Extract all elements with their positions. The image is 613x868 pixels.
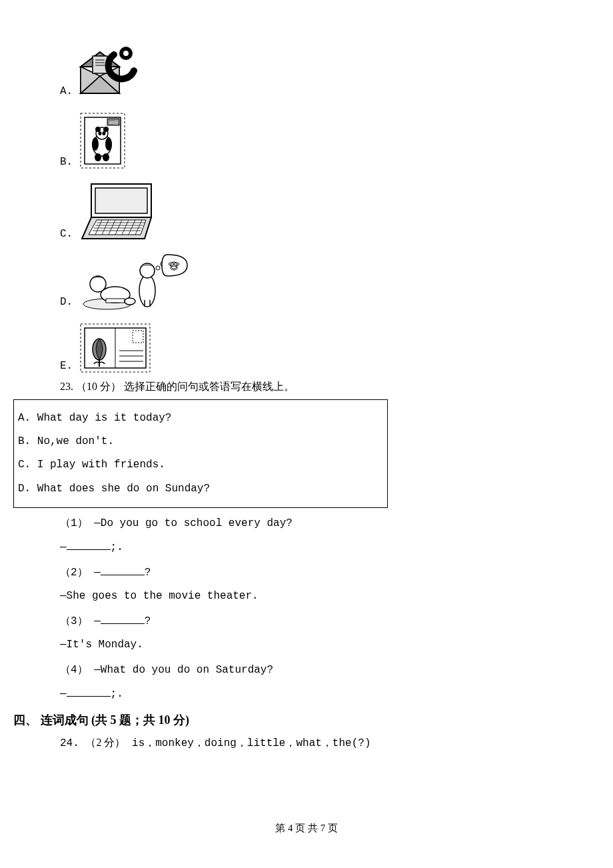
envelope-e-icon [78,40,138,100]
svg-marker-26 [95,188,147,213]
q23-choice-b: B. No,we don't. [18,430,383,453]
svg-text:80分: 80分 [109,120,119,125]
q24-num: 24. [60,737,79,749]
option-c-row: C. [60,181,560,243]
q23-sub2-prefix: （2） — [60,567,101,579]
q23-sub4-a: —;. [60,687,560,700]
q23-sub2-suffix: ? [145,567,151,579]
svg-point-10 [123,51,129,56]
svg-marker-28 [89,220,146,235]
blank-line[interactable] [101,615,145,624]
q23-choice-box: A. What day is it today? B. No,we don't.… [13,399,388,508]
option-c-label: C. [60,228,73,243]
option-a-row: A. [60,40,560,100]
svg-point-46 [140,263,155,278]
q23-choice-c: C. I play with friends. [18,453,383,477]
option-d-label: D. [60,296,73,311]
svg-point-23 [95,153,101,161]
blank-line[interactable] [101,566,145,575]
blank-line[interactable] [67,687,111,697]
option-e-row: E. [60,321,560,375]
svg-point-17 [95,127,101,132]
option-d-row: D. [60,253,560,311]
q23-sub1-q: （1） —Do you go to school every day? [60,516,560,530]
svg-point-49 [156,266,160,270]
q24-line: 24. （2 分） is，monkey，doing，little，what，th… [60,736,560,750]
svg-point-44 [125,298,135,305]
q23-sub1-a: —;. [60,541,560,553]
svg-point-21 [92,137,99,151]
q23-choice-d: D. What does she do on Sunday? [18,477,383,501]
q24-points: （2 分） [85,737,125,748]
postcard-icon [78,321,153,375]
blank-line[interactable] [67,541,111,550]
q24-text: is，monkey，doing，little，what，the(?) [132,737,370,749]
svg-point-45 [139,275,155,307]
q23-sub3-a: —It's Monday. [60,639,560,651]
svg-rect-58 [133,331,143,343]
q23-sub4-suffix: ;. [111,688,123,700]
q23-sub3-prefix: （3） — [60,615,101,627]
svg-point-24 [103,153,109,161]
q23-choice-a: A. What day is it today? [18,407,383,430]
option-e-label: E. [60,360,73,375]
q23-instruction: 选择正确的问句或答语写在横线上。 [124,381,295,392]
q23-sub4-prefix: — [60,688,67,700]
q23-points: （10 分） [76,381,121,392]
q23-sub2-q: （2） —? [60,565,560,579]
q23-title: 23. （10 分） 选择正确的问句或答语写在横线上。 [60,380,560,394]
page-footer: 第 4 页 共 7 页 [0,822,613,835]
q23-sub1-suffix: ;. [111,541,123,553]
option-b-row: B. 80分 [60,111,560,171]
svg-point-19 [99,131,102,135]
svg-point-18 [103,127,109,132]
svg-point-20 [103,131,106,135]
q23-sub2-a: —She goes to the movie theater. [60,590,560,602]
q23-sub1-prefix: — [60,541,67,553]
laptop-icon [78,181,158,243]
option-b-label: B. [60,156,73,171]
svg-point-22 [105,137,112,151]
q23-sub3-q: （3） —? [60,614,560,628]
section-4-heading: 四、 连词成句 (共 5 题；共 10 分) [13,712,560,728]
option-a-label: A. [60,85,73,100]
q23-sub4-q: （4） —What do you do on Saturday? [60,663,560,677]
q23-num: 23. [60,381,73,392]
stamp-panda-icon: 80分 [78,111,127,171]
q23-sub3-suffix: ? [145,615,151,627]
svg-rect-43 [106,299,125,303]
children-reading-icon [78,253,191,311]
